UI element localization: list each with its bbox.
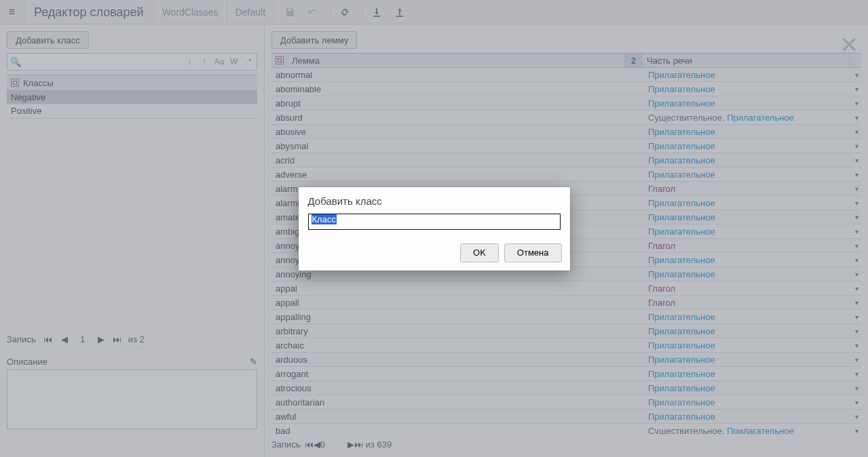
class-name-input[interactable]: Класс [308, 214, 561, 230]
modal-overlay[interactable]: Добавить класс Класс OK Отмена [0, 0, 868, 457]
modal-title: Добавить класс [299, 187, 570, 214]
cancel-button[interactable]: Отмена [504, 243, 562, 262]
add-class-modal: Добавить класс Класс OK Отмена [299, 187, 570, 271]
ok-button[interactable]: OK [460, 243, 499, 262]
